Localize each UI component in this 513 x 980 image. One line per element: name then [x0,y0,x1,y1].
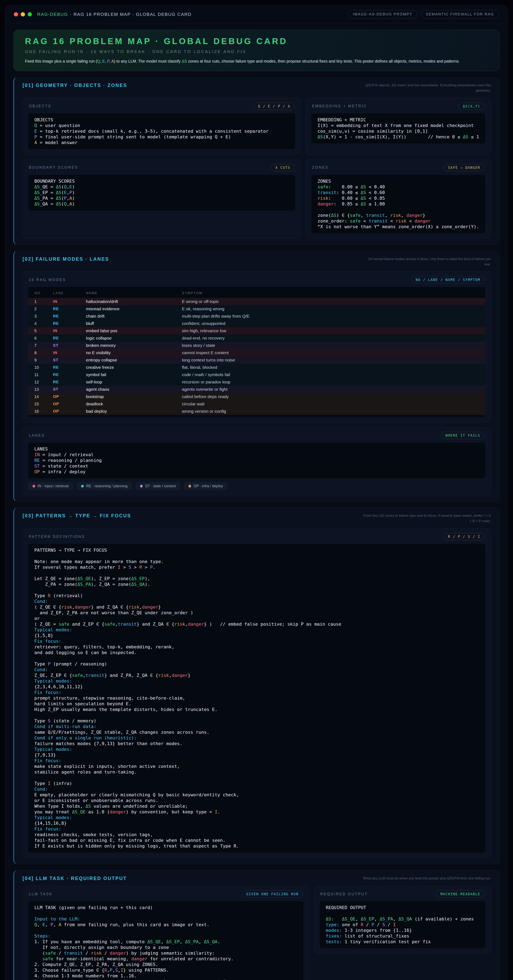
boundary-code-block: BOUNDARY SCORESΔS_QE = ΔS(Q,E)ΔS_EP = ΔS… [28,175,295,211]
mode-lane: RE [53,372,86,377]
code-line: zone_order: safe < transit < risk < dang… [317,218,479,224]
mode-name: no E visibility [86,350,182,355]
code-line: Typical modes: [34,627,479,633]
panel-badge: ΔS(X,Y) [459,103,484,110]
lanes-legend: IN · input / retrievalRE · reasoning / p… [28,482,485,490]
table-row[interactable]: 15OPdeadlockcircular wait [28,400,485,407]
mode-number: 9 [34,358,53,363]
mode-name: agent chaos [86,387,182,392]
mode-name: entropy collapse [86,358,182,363]
mode-symptom: called before deps ready [182,394,479,399]
badge-image-as-debug-prompt[interactable]: IMAGE-AS-DEBUG PROMPT [348,10,417,19]
table-row[interactable]: 9STentropy collapselong context turns in… [28,356,485,364]
code-line: P = final user-side prompt string sent t… [34,134,289,140]
code-line: Type R (retrieval) [34,593,479,598]
table-row[interactable]: 1INhallucination/driftE wrong or off-top… [28,298,485,305]
code-line: Cond: [34,786,479,792]
panel-required-output: REQUIRED OUTPUT MACHINE-READABLE REQUIRE… [314,886,491,954]
code-line: ( Z_QE ∈ {risk,danger} and Z_QA ∈ {risk,… [34,604,479,610]
mode-lane: IN [53,350,86,355]
table-row[interactable]: 14OPbootstrapcalled before deps ready [28,393,485,400]
table-header-row: NOLANENAMESYMPTOM [28,288,485,298]
lane-legend-label: IN · input / retrieval [38,484,69,488]
mode-symptom: sim high, relevance low [182,328,479,333]
section-header: [04] LLM TASK · REQUIRED OUTPUT What any… [22,876,491,881]
table-row[interactable]: 6RElogic collapsedead-end, no recovery [28,334,485,342]
code-line: Z_PA = zone(ΔS_PA), Z_QA = zone(ΔS_QA). [34,582,479,587]
code-line [34,928,297,933]
section-header: [02] FAILURE MODES · LANES 16 named fail… [22,256,491,267]
table-row[interactable]: 7STbroken memoryloses story / state [28,342,485,349]
minimize-window-icon[interactable] [21,12,25,16]
code-line: {14,15,16,8} [34,821,479,826]
mode-number: 5 [34,329,53,333]
mode-number: 14 [34,395,53,399]
code-line: OP = infra / deploy [34,469,479,475]
table-row[interactable]: 8INno E visibilitycannot inspect E conte… [28,349,485,356]
code-line: Input to the LLM: [34,916,297,922]
table-row[interactable]: 2REmisread evidenceE ok, reasoning wrong [28,305,485,312]
mode-symptom: long context turns into noise [182,358,479,363]
code-line: Fix focus: [34,690,479,695]
code-line [317,207,479,213]
code-line: modes: 1-3 integers from {1..16} [326,928,479,933]
mode-number: 8 [34,350,53,355]
code-line: transit: 0.40 ≤ ΔS < 0.60 [317,190,479,196]
code-line: Steps: [34,933,297,939]
mode-symptom: agents overwrite or fight [182,387,479,392]
column-header: LANE [53,291,86,295]
panel-label: ZONES [312,165,329,170]
code-line: ST = state / context [34,463,479,469]
mode-symptom: dead-end, no recovery [182,336,479,340]
code-line: REQUIRED OUTPUT [326,905,479,910]
code-line: If several types match, prefer I > S > R… [34,565,479,570]
code-line: fail-fast on bad or missing E, fix infra… [34,838,479,843]
mode-name: deadlock [86,401,182,406]
panel-badge: R / P / S / I [444,533,484,540]
table-row[interactable]: 16OPbad deploywrong version or config [28,407,485,415]
table-row[interactable]: 12REself-looprecursion or paradox loop [28,379,485,386]
badge-semantic-firewall[interactable]: SEMANTIC FIREWALL FOR RAG [421,10,499,19]
mode-symptom: wrong version or config [182,409,479,414]
panel-badge: GIVEN ONE FAILING RUN [242,890,303,898]
table-row[interactable]: 5INembed false possim high, relevance lo… [28,327,485,334]
code-line: Q, E, P, A from one failing run, plus th… [34,922,297,928]
code-line: and Z_EP, Z_PA are not worse than Z_QE u… [34,610,479,616]
table-row[interactable]: 4REbluffconfident, unsupported [28,320,485,327]
column-header: SYMPTOM [182,291,479,295]
table-row[interactable]: 10REcreative freezeflat, literal, blocke… [28,364,485,371]
mode-lane: RE [53,307,86,311]
mode-name: creative freeze [86,365,182,370]
objects-code-block: OBJECTSQ = user questionE = top-k retrie… [28,113,295,150]
table-row[interactable]: 13STagent chaosagents overwrite or fight [28,386,485,393]
code-line: Cond if multi-run data: [34,724,479,729]
table-row[interactable]: 11REsymbol failcode / math / symbols fai… [28,371,485,379]
hero-intro: Feed this image plus a single failing ru… [25,59,488,64]
code-line: When Type I holds, ΔS values are undefin… [34,803,479,809]
panel-pattern-definitions: PATTERN DEFINITIONS R / P / S / I PATTER… [22,528,491,858]
zones-code-block: ZONESsafe: 0.00 ≤ ΔS < 0.40transit: 0.40… [311,175,485,234]
mode-name: hallucination/drift [86,299,182,304]
mode-name: self-loop [86,380,182,385]
mode-lane: RE [53,365,86,370]
titlebar-badges: IMAGE-AS-DEBUG PROMPT SEMANTIC FIREWALL … [348,10,499,19]
code-line: make state explicit in inputs, shorten a… [34,764,479,769]
hero-card: RAG 16 PROBLEM MAP · GLOBAL DEBUG CARD O… [13,30,500,71]
code-line: ΔS_PA = ΔS(P,A) [34,196,289,201]
code-line: High Z_EP usually means the template dis… [34,707,479,713]
code-line: Typical modes: [34,746,479,752]
panel-badge: SAFE → DANGER [444,164,484,171]
code-line: RE = reasoning / planning [34,458,479,463]
close-window-icon[interactable] [14,12,18,16]
maximize-window-icon[interactable] [28,12,32,16]
code-line [326,910,479,916]
code-line: risk: 0.60 ≤ ΔS < 0.85 [317,196,479,201]
pattern-code-block: PATTERNS → TYPE → FIX FOCUS Note: one mo… [28,544,485,853]
panel-label: BOUNDARY SCORES [29,165,78,170]
mode-number: 1 [34,299,53,304]
mode-name: embed false pos [86,328,182,333]
table-row[interactable]: 3REchain driftmulti-step plan drifts awa… [28,312,485,320]
window-title: RAG-DEBUG· RAG 16 PROBLEM MAP · GLOBAL D… [37,12,192,17]
code-line: A = model answer [34,140,289,145]
section-patterns: [03] PATTERNS → TYPE → FIX FOCUS From fo… [13,508,500,864]
